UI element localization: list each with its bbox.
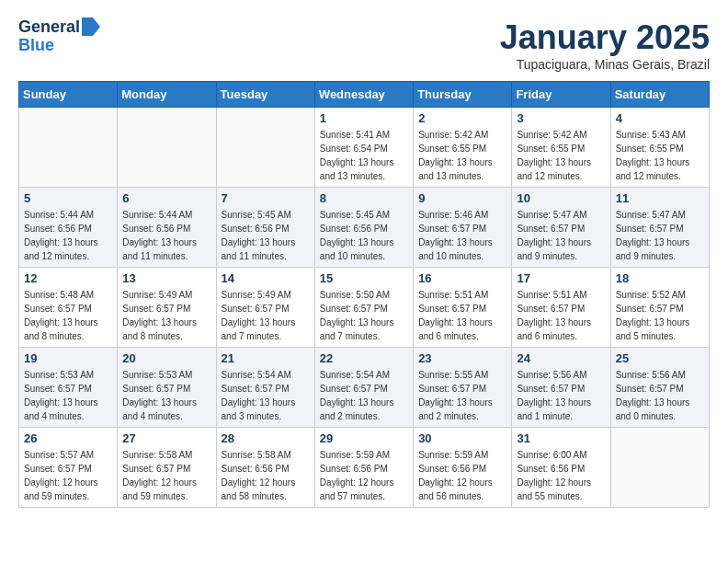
logo-text-general: General xyxy=(18,18,80,37)
day-info: Sunrise: 5:44 AM Sunset: 6:56 PM Dayligh… xyxy=(24,208,112,263)
title-block: January 2025 Tupaciguara, Minas Gerais, … xyxy=(500,18,710,72)
day-number: 25 xyxy=(616,351,704,365)
day-number: 13 xyxy=(122,271,210,285)
calendar-table: SundayMondayTuesdayWednesdayThursdayFrid… xyxy=(18,81,710,508)
day-info: Sunrise: 5:58 AM Sunset: 6:57 PM Dayligh… xyxy=(122,448,210,503)
day-info: Sunrise: 5:45 AM Sunset: 6:56 PM Dayligh… xyxy=(222,208,310,263)
day-info: Sunrise: 5:42 AM Sunset: 6:55 PM Dayligh… xyxy=(418,128,506,183)
day-number: 9 xyxy=(418,191,506,205)
day-info: Sunrise: 5:45 AM Sunset: 6:56 PM Dayligh… xyxy=(320,208,408,263)
day-number: 31 xyxy=(517,431,605,445)
calendar-day-cell: 31Sunrise: 6:00 AM Sunset: 6:56 PM Dayli… xyxy=(512,428,610,508)
logo-text-blue: Blue xyxy=(18,37,100,55)
day-info: Sunrise: 5:51 AM Sunset: 6:57 PM Dayligh… xyxy=(517,288,605,343)
calendar-day-cell: 12Sunrise: 5:48 AM Sunset: 6:57 PM Dayli… xyxy=(19,268,118,348)
weekday-header-tuesday: Tuesday xyxy=(216,82,314,108)
svg-marker-0 xyxy=(82,17,100,36)
day-number: 2 xyxy=(418,111,506,125)
calendar-day-cell: 29Sunrise: 5:59 AM Sunset: 6:56 PM Dayli… xyxy=(314,428,413,508)
calendar-day-cell xyxy=(216,108,314,188)
day-number: 22 xyxy=(320,351,408,365)
day-info: Sunrise: 5:54 AM Sunset: 6:57 PM Dayligh… xyxy=(320,368,408,423)
calendar-day-cell: 27Sunrise: 5:58 AM Sunset: 6:57 PM Dayli… xyxy=(118,428,216,508)
calendar-day-cell: 22Sunrise: 5:54 AM Sunset: 6:57 PM Dayli… xyxy=(314,348,413,428)
calendar-day-cell: 23Sunrise: 5:55 AM Sunset: 6:57 PM Dayli… xyxy=(414,348,512,428)
day-number: 4 xyxy=(616,111,704,125)
day-number: 16 xyxy=(418,271,506,285)
weekday-header-wednesday: Wednesday xyxy=(314,82,413,108)
day-info: Sunrise: 5:55 AM Sunset: 6:57 PM Dayligh… xyxy=(418,368,506,423)
calendar-day-cell: 8Sunrise: 5:45 AM Sunset: 6:56 PM Daylig… xyxy=(314,188,413,268)
day-info: Sunrise: 5:51 AM Sunset: 6:57 PM Dayligh… xyxy=(418,288,506,343)
calendar-week-row: 1Sunrise: 5:41 AM Sunset: 6:54 PM Daylig… xyxy=(19,108,710,188)
day-info: Sunrise: 5:47 AM Sunset: 6:57 PM Dayligh… xyxy=(517,208,605,263)
day-number: 15 xyxy=(320,271,408,285)
calendar-day-cell: 1Sunrise: 5:41 AM Sunset: 6:54 PM Daylig… xyxy=(314,108,413,188)
calendar-day-cell: 17Sunrise: 5:51 AM Sunset: 6:57 PM Dayli… xyxy=(512,268,610,348)
day-number: 26 xyxy=(24,431,112,445)
day-number: 21 xyxy=(222,351,310,365)
calendar-week-row: 26Sunrise: 5:57 AM Sunset: 6:57 PM Dayli… xyxy=(19,428,710,508)
day-info: Sunrise: 5:42 AM Sunset: 6:55 PM Dayligh… xyxy=(517,128,605,183)
calendar-day-cell: 5Sunrise: 5:44 AM Sunset: 6:56 PM Daylig… xyxy=(19,188,118,268)
calendar-day-cell: 3Sunrise: 5:42 AM Sunset: 6:55 PM Daylig… xyxy=(512,108,610,188)
day-number: 3 xyxy=(517,111,605,125)
day-info: Sunrise: 5:49 AM Sunset: 6:57 PM Dayligh… xyxy=(222,288,310,343)
calendar-day-cell: 30Sunrise: 5:59 AM Sunset: 6:56 PM Dayli… xyxy=(414,428,512,508)
day-info: Sunrise: 5:58 AM Sunset: 6:56 PM Dayligh… xyxy=(222,448,310,503)
logo-icon xyxy=(82,17,100,36)
calendar-day-cell: 18Sunrise: 5:52 AM Sunset: 6:57 PM Dayli… xyxy=(610,268,709,348)
day-info: Sunrise: 5:48 AM Sunset: 6:57 PM Dayligh… xyxy=(24,288,112,343)
calendar-day-cell: 11Sunrise: 5:47 AM Sunset: 6:57 PM Dayli… xyxy=(610,188,709,268)
day-info: Sunrise: 5:49 AM Sunset: 6:57 PM Dayligh… xyxy=(122,288,210,343)
day-info: Sunrise: 5:57 AM Sunset: 6:57 PM Dayligh… xyxy=(24,448,112,503)
calendar-day-cell: 28Sunrise: 5:58 AM Sunset: 6:56 PM Dayli… xyxy=(216,428,314,508)
calendar-day-cell: 24Sunrise: 5:56 AM Sunset: 6:57 PM Dayli… xyxy=(512,348,610,428)
day-info: Sunrise: 5:59 AM Sunset: 6:56 PM Dayligh… xyxy=(320,448,408,503)
calendar-day-cell: 15Sunrise: 5:50 AM Sunset: 6:57 PM Dayli… xyxy=(314,268,413,348)
calendar-day-cell: 25Sunrise: 5:56 AM Sunset: 6:57 PM Dayli… xyxy=(610,348,709,428)
day-info: Sunrise: 5:53 AM Sunset: 6:57 PM Dayligh… xyxy=(24,368,112,423)
weekday-header-thursday: Thursday xyxy=(414,82,512,108)
day-number: 12 xyxy=(24,271,112,285)
calendar-day-cell: 16Sunrise: 5:51 AM Sunset: 6:57 PM Dayli… xyxy=(414,268,512,348)
calendar-day-cell xyxy=(118,108,216,188)
day-number: 29 xyxy=(320,431,408,445)
day-number: 18 xyxy=(616,271,704,285)
day-info: Sunrise: 5:50 AM Sunset: 6:57 PM Dayligh… xyxy=(320,288,408,343)
day-number: 8 xyxy=(320,191,408,205)
calendar-day-cell: 6Sunrise: 5:44 AM Sunset: 6:56 PM Daylig… xyxy=(118,188,216,268)
calendar-day-cell: 13Sunrise: 5:49 AM Sunset: 6:57 PM Dayli… xyxy=(118,268,216,348)
day-info: Sunrise: 5:53 AM Sunset: 6:57 PM Dayligh… xyxy=(122,368,210,423)
calendar-day-cell: 2Sunrise: 5:42 AM Sunset: 6:55 PM Daylig… xyxy=(414,108,512,188)
weekday-header-monday: Monday xyxy=(118,82,216,108)
calendar-day-cell: 26Sunrise: 5:57 AM Sunset: 6:57 PM Dayli… xyxy=(19,428,118,508)
calendar-day-cell: 7Sunrise: 5:45 AM Sunset: 6:56 PM Daylig… xyxy=(216,188,314,268)
day-info: Sunrise: 5:44 AM Sunset: 6:56 PM Dayligh… xyxy=(122,208,210,263)
day-number: 20 xyxy=(122,351,210,365)
day-info: Sunrise: 5:41 AM Sunset: 6:54 PM Dayligh… xyxy=(320,128,408,183)
day-number: 14 xyxy=(222,271,310,285)
day-info: Sunrise: 5:54 AM Sunset: 6:57 PM Dayligh… xyxy=(222,368,310,423)
day-number: 17 xyxy=(517,271,605,285)
day-number: 11 xyxy=(616,191,704,205)
day-info: Sunrise: 5:43 AM Sunset: 6:55 PM Dayligh… xyxy=(616,128,704,183)
day-number: 19 xyxy=(24,351,112,365)
calendar-day-cell xyxy=(610,428,709,508)
month-title: January 2025 xyxy=(500,18,710,57)
day-number: 10 xyxy=(517,191,605,205)
weekday-header-friday: Friday xyxy=(512,82,610,108)
day-number: 23 xyxy=(418,351,506,365)
weekday-header-row: SundayMondayTuesdayWednesdayThursdayFrid… xyxy=(19,82,710,108)
day-info: Sunrise: 6:00 AM Sunset: 6:56 PM Dayligh… xyxy=(517,448,605,503)
day-number: 30 xyxy=(418,431,506,445)
calendar-week-row: 5Sunrise: 5:44 AM Sunset: 6:56 PM Daylig… xyxy=(19,188,710,268)
weekday-header-saturday: Saturday xyxy=(610,82,709,108)
day-info: Sunrise: 5:56 AM Sunset: 6:57 PM Dayligh… xyxy=(616,368,704,423)
day-info: Sunrise: 5:59 AM Sunset: 6:56 PM Dayligh… xyxy=(418,448,506,503)
calendar-day-cell xyxy=(19,108,118,188)
calendar-day-cell: 19Sunrise: 5:53 AM Sunset: 6:57 PM Dayli… xyxy=(19,348,118,428)
page-header: General Blue January 2025 Tupaciguara, M… xyxy=(18,18,710,72)
day-info: Sunrise: 5:47 AM Sunset: 6:57 PM Dayligh… xyxy=(616,208,704,263)
calendar-day-cell: 21Sunrise: 5:54 AM Sunset: 6:57 PM Dayli… xyxy=(216,348,314,428)
